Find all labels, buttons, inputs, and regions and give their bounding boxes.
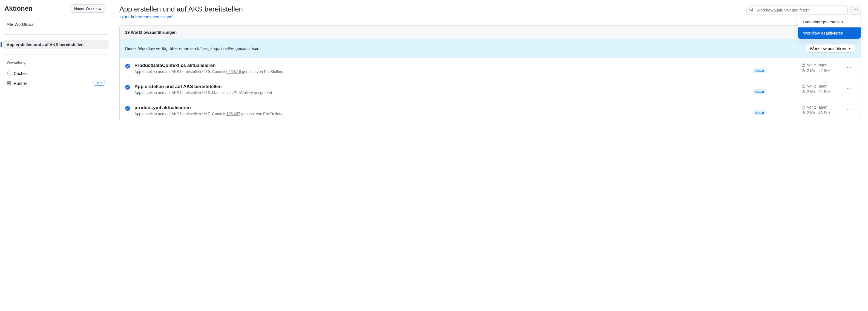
svg-rect-2 (802, 85, 805, 88)
dropdown-disable-workflow[interactable]: Workflow deaktivieren (798, 27, 861, 39)
caret-down-icon (848, 47, 851, 50)
kebab-horizontal-icon (854, 8, 858, 12)
run-desc-prefix: *#19: Commit (202, 69, 226, 74)
dispatch-text: Dieser Workflow verfügt über einen workf… (125, 46, 259, 51)
branch-badge[interactable]: main (753, 110, 766, 115)
server-icon (7, 81, 11, 85)
nav-workflow-selected-label: App erstellen und auf AKS bereitstellen (7, 42, 84, 47)
calendar-icon (802, 105, 805, 109)
run-menu-button[interactable] (847, 63, 855, 71)
nav-all-workflows[interactable]: Alle Workflows (3, 20, 109, 29)
filter-runs-input[interactable] (746, 5, 848, 15)
run-workflow-button-label: Workflow ausführen (810, 46, 846, 51)
page-title: App erstellen und auf AKS bereitstellen (119, 5, 243, 13)
nav-all-workflows-label: Alle Workflows (7, 22, 33, 27)
run-description: App erstellen und auf AKS bereitstellen … (134, 69, 749, 74)
success-icon (125, 64, 130, 68)
sidebar-title: Aktionen (4, 5, 33, 12)
run-desc-suffix: gepusht von PhilStollery (241, 69, 283, 74)
workflow-dropdown-menu: Statusbadge erstellen Workflow deaktivie… (798, 16, 861, 39)
run-menu-button[interactable] (847, 84, 855, 92)
run-desc-workflow: App erstellen und auf AKS bereitstellen (134, 90, 202, 95)
dispatch-text-after: -Ereignisauslöser. (227, 46, 259, 51)
nav-caches-label: Caches (14, 71, 28, 76)
run-title: ProductDataContext.cs aktualisieren (134, 63, 749, 68)
sidebar: Aktionen Neuer Workflow Alle Workflows A… (0, 0, 112, 311)
run-row[interactable]: product.yml aktualisieren App erstellen … (120, 100, 861, 121)
run-duration: 2 Min. 46 Sek. (802, 111, 842, 115)
run-commit-link[interactable]: e250c19 (226, 69, 241, 74)
dispatch-code: workflow_dispatch (190, 47, 227, 51)
stopwatch-icon (802, 90, 805, 93)
workflow-dispatch-banner: Dieser Workflow verfügt über einen workf… (120, 39, 861, 58)
kebab-horizontal-icon (847, 65, 851, 70)
svg-rect-4 (802, 106, 805, 109)
run-time-label: Vor 2 Tagen (807, 63, 827, 67)
stopwatch-icon (802, 68, 805, 73)
nav-runner-label: Runner (14, 81, 27, 86)
run-time-label: Vor 2 Tagen (807, 84, 827, 88)
nav-runner[interactable]: Runner Beta (3, 79, 109, 88)
branch-badge[interactable]: main (753, 68, 766, 73)
svg-rect-0 (802, 64, 805, 67)
run-title: product.yml aktualisieren (134, 105, 749, 111)
run-description: App erstellen und auf AKS bereitstellen … (134, 112, 749, 116)
nav-divider (4, 55, 108, 55)
main-content: App erstellen und auf AKS bereitstellen … (112, 0, 868, 311)
new-workflow-button[interactable]: Neuer Workflow (70, 4, 105, 12)
run-workflow-button[interactable]: Workflow ausführen (806, 44, 855, 53)
nav-caches[interactable]: Caches (3, 69, 109, 78)
success-icon (125, 85, 130, 90)
run-time: Vor 2 Tagen (802, 105, 842, 109)
kebab-horizontal-icon (847, 87, 851, 91)
nav-workflow-selected[interactable]: App erstellen und auf AKS bereitstellen (3, 40, 109, 49)
success-icon (125, 106, 130, 111)
run-row[interactable]: App erstellen und auf AKS bereitstellen … (120, 79, 861, 100)
run-duration-label: 2 Min. 46 Sek. (807, 111, 832, 115)
run-time-label: Vor 2 Tagen (807, 105, 827, 109)
runs-box: 19 Workflowausführungen Ereignis Status … (119, 25, 861, 121)
runs-count: 19 Workflowausführungen (125, 30, 177, 34)
dropdown-create-status-badge[interactable]: Statusbadge erstellen (798, 16, 861, 27)
calendar-icon (802, 63, 805, 67)
run-desc-workflow: App erstellen und auf AKS bereitstellen (134, 69, 202, 74)
run-commit-link[interactable]: 185a2f7 (226, 112, 240, 116)
stopwatch-icon (802, 111, 805, 115)
beta-badge: Beta (93, 81, 105, 86)
run-time: Vor 2 Tagen (802, 84, 842, 88)
workflow-menu-button[interactable] (850, 5, 861, 15)
run-desc-prefix: *#17: Commit (202, 112, 226, 116)
search-icon (749, 7, 753, 12)
run-desc-workflow: App erstellen und auf AKS bereitstellen (134, 112, 202, 116)
run-duration-label: 2 Min. 52 Sek. (807, 68, 832, 73)
nav-management-heading: Verwaltung (0, 58, 112, 66)
run-title: App erstellen und auf AKS bereitstellen (134, 84, 749, 89)
workflow-file-link[interactable]: azure-kubernetes-service.yml (119, 15, 173, 19)
run-menu-button[interactable] (847, 105, 855, 113)
run-duration-label: 2 Min. 24 Sek. (807, 89, 832, 94)
calendar-icon (802, 84, 805, 88)
run-time: Vor 2 Tagen (802, 63, 842, 67)
dispatch-text-before: Dieser Workflow verfügt über einen (125, 46, 190, 51)
branch-badge[interactable]: main (753, 89, 766, 94)
run-duration: 2 Min. 52 Sek. (802, 68, 842, 73)
database-icon (7, 71, 11, 76)
run-desc-prefix: *#18: Manuell von PhilStollery ausgeführ… (202, 90, 272, 95)
run-desc-suffix: gepusht von PhilStollery (240, 112, 282, 116)
run-duration: 2 Min. 24 Sek. (802, 89, 842, 94)
run-description: App erstellen und auf AKS bereitstellen … (134, 90, 749, 95)
kebab-horizontal-icon (847, 108, 851, 112)
run-row[interactable]: ProductDataContext.cs aktualisieren App … (120, 58, 861, 79)
